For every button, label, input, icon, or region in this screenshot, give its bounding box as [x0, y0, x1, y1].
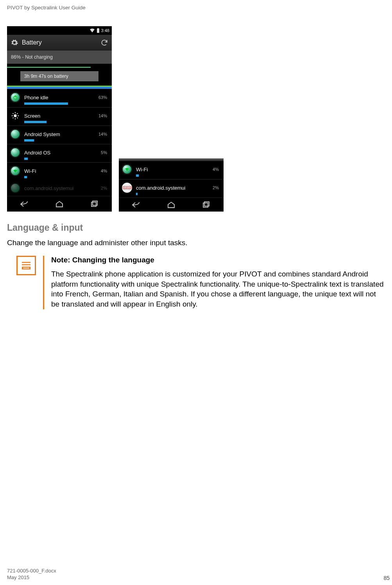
battery-item-label: Wi-Fi [24, 168, 92, 174]
battery-item-pct: 63% [96, 95, 109, 100]
battery-graph[interactable]: 3h 9m 47s on battery [7, 64, 112, 89]
battery-item-pct: 14% [96, 113, 109, 118]
battery-item-label: Screen [24, 113, 92, 119]
note-callout: Note: Changing the language The Spectral… [16, 256, 385, 309]
battery-status-line: 86% - Not charging [7, 50, 112, 64]
home-icon[interactable] [53, 199, 66, 209]
phone-screenshot-battery: 3:48 Battery 86% - Not charging 3h 9m 47… [7, 26, 112, 212]
app-icon [10, 147, 20, 158]
battery-item-pct: 4% [208, 167, 220, 172]
battery-item-android-system[interactable]: Android System 14% [7, 126, 112, 144]
nav-bar [7, 196, 112, 212]
note-text: The Spectralink phone application is cus… [51, 269, 385, 309]
battery-item-label: com.android.systemui [136, 185, 204, 191]
footer-page-number: 85 [383, 575, 390, 581]
battery-item-label: Phone idle [24, 95, 92, 100]
svg-point-4 [14, 114, 16, 117]
svg-rect-15 [203, 203, 208, 207]
page-footer: 721-0005-000_F.docx May 2015 85 [7, 567, 390, 581]
wifi-icon [10, 166, 20, 176]
nav-bar [119, 197, 224, 212]
battery-item-pct: 5% [96, 150, 109, 155]
svg-line-12 [17, 113, 18, 114]
svg-rect-13 [91, 202, 96, 206]
note-title: Note: Changing the language [51, 256, 385, 264]
battery-item-label: Android System [24, 131, 92, 137]
battery-item-android-os[interactable]: Android OS 5% [7, 144, 112, 162]
app-bar: Battery [7, 35, 112, 50]
status-time: 3:48 [101, 28, 109, 33]
svg-line-10 [17, 118, 18, 118]
home-icon[interactable] [165, 200, 178, 210]
note-icon [16, 256, 36, 275]
recents-icon[interactable] [199, 200, 213, 210]
battery-item-pct: 14% [96, 132, 109, 136]
note-body: Note: Changing the language The Spectral… [43, 256, 385, 309]
brightness-icon [10, 111, 20, 121]
battery-item-truncated[interactable]: com.android.systemui 2% [7, 181, 112, 193]
back-icon[interactable] [130, 200, 143, 210]
section-heading-language-input: Language & input [7, 223, 385, 233]
wifi-icon [122, 164, 132, 174]
svg-line-11 [13, 118, 14, 118]
section-intro-text: Change the language and administer other… [7, 239, 385, 247]
svg-rect-14 [93, 201, 97, 205]
wifi-icon [89, 28, 95, 33]
recents-icon[interactable] [88, 199, 101, 209]
battery-item-screen[interactable]: Screen 14% [7, 107, 112, 126]
doc-header: PIVOT by Spectralink User Guide [7, 5, 385, 11]
svg-rect-16 [204, 202, 209, 206]
battery-item-pct: 2% [96, 186, 109, 190]
svg-line-9 [13, 113, 14, 114]
battery-item-pct: 2% [208, 185, 220, 190]
svg-rect-0 [97, 29, 99, 33]
battery-graph-label: 3h 9m 47s on battery [20, 71, 98, 81]
svg-rect-1 [97, 28, 98, 29]
battery-item-systemui[interactable]: Android com.android.systemui 2% [119, 179, 224, 197]
battery-item-wifi[interactable]: Wi-Fi 4% [7, 162, 112, 181]
back-icon[interactable] [18, 199, 31, 209]
battery-item-pct: 4% [96, 169, 109, 173]
battery-item-label: com.android.systemui [24, 185, 92, 191]
refresh-icon[interactable] [100, 38, 109, 47]
footer-doc-id: 721-0005-000_F.docx [7, 567, 56, 574]
android-icon: Android [122, 183, 132, 193]
app-icon [10, 129, 20, 139]
battery-item-label: Wi-Fi [136, 167, 204, 172]
footer-date: May 2015 [7, 574, 56, 581]
battery-icon [97, 28, 100, 33]
battery-item-label: Android OS [24, 150, 92, 156]
app-icon [10, 183, 20, 193]
app-bar-title: Battery [22, 39, 97, 46]
gear-icon[interactable] [10, 38, 19, 47]
battery-item-wifi[interactable]: Wi-Fi 4% [119, 161, 224, 179]
status-bar: 3:48 [7, 26, 112, 35]
battery-item-phone-idle[interactable]: Phone idle 63% [7, 89, 112, 107]
phone-screenshot-battery-cont: Wi-Fi 4% Android com.android.systemui 2% [119, 158, 224, 212]
screenshot-row: 3:48 Battery 86% - Not charging 3h 9m 47… [7, 26, 385, 212]
power-icon [10, 92, 20, 102]
